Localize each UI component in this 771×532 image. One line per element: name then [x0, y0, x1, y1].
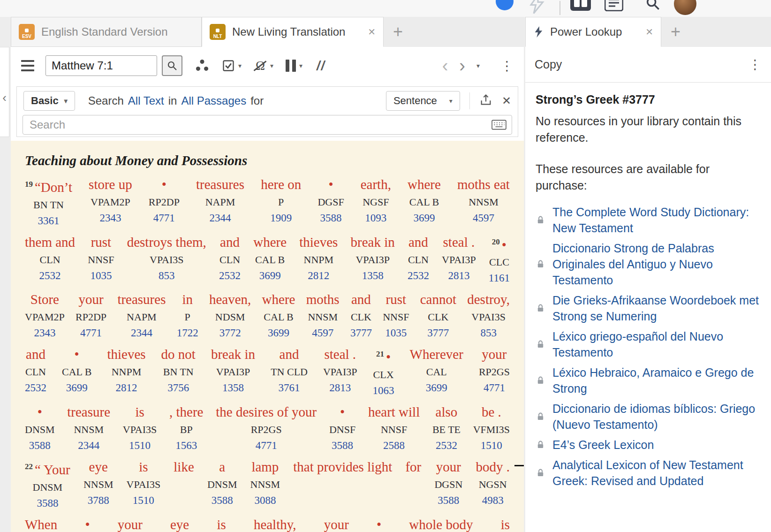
interlinear-word[interactable]: be . — [473, 402, 510, 422]
strongs-number[interactable]: 3788 — [83, 493, 113, 509]
interlinear-word[interactable]: moths eat — [457, 175, 510, 194]
morph-code[interactable]: NDSM — [209, 309, 251, 325]
untranslated-bullet[interactable]: • — [62, 344, 91, 364]
interlinear-word[interactable]: is — [127, 457, 161, 477]
morph-code[interactable]: VPAM2P — [25, 309, 65, 325]
interlinear-word[interactable]: destroy, — [467, 289, 510, 309]
untranslated-bullet[interactable]: • — [329, 402, 355, 422]
strongs-number[interactable]: 3756 — [161, 380, 196, 396]
close-icon[interactable]: ✕ — [363, 26, 376, 38]
strongs-number[interactable]: 4597 — [457, 210, 510, 226]
morph-code[interactable]: RP2DP — [149, 194, 180, 210]
morph-code[interactable]: P — [177, 309, 198, 325]
selection-options-button[interactable]: ▾ — [222, 59, 242, 72]
strongs-number[interactable]: 1035 — [88, 268, 114, 284]
morph-code[interactable]: CLN — [408, 252, 429, 268]
strongs-number[interactable]: 3777 — [420, 325, 456, 341]
interlinear-word[interactable]: do not — [161, 344, 196, 364]
interlinear-word[interactable]: rust — [383, 289, 409, 309]
strongs-number[interactable]: 2812 — [299, 268, 338, 284]
interlinear-word[interactable]: and — [350, 289, 372, 309]
strongs-number[interactable]: 3699 — [253, 268, 287, 284]
interlinear-word[interactable]: steal . — [323, 344, 357, 364]
strongs-number[interactable]: 2532 — [25, 268, 75, 284]
untranslated-bullet[interactable]: 20• — [489, 232, 510, 255]
sync-icon[interactable] — [496, 0, 514, 10]
untranslated-bullet[interactable]: • — [25, 402, 55, 422]
interlinear-word[interactable]: cannot — [420, 289, 456, 309]
strongs-number[interactable]: 3699 — [62, 380, 91, 396]
morph-code[interactable]: BE TE — [432, 422, 461, 438]
untranslated-bullet[interactable]: • — [149, 175, 180, 194]
morph-code[interactable]: NAPM — [196, 194, 244, 210]
resource-link[interactable]: Diccionario de idiomas bíblicos: Griego … — [552, 401, 761, 433]
resource-link[interactable]: Diccionario Strong de Palabras Originale… — [552, 240, 761, 288]
strongs-number[interactable]: 3772 — [209, 325, 251, 341]
interlinear-word[interactable]: and — [25, 344, 46, 364]
morph-code[interactable]: CLN — [25, 252, 75, 268]
morph-code[interactable]: VPAI3P — [323, 364, 357, 380]
strongs-number[interactable]: 2344 — [67, 438, 110, 454]
strongs-number[interactable]: 1035 — [383, 325, 409, 341]
morph-code[interactable]: BN TN — [25, 197, 72, 213]
strongs-number[interactable]: 2532 — [408, 268, 429, 284]
morph-code[interactable]: VPAM2P — [89, 194, 132, 210]
tab-english-standard-version[interactable]: ESV English Standard Version — [11, 17, 202, 47]
interlinear-word[interactable]: whole body — [409, 515, 473, 532]
strongs-number[interactable]: 853 — [127, 268, 206, 284]
strongs-number[interactable]: 1510 — [123, 438, 157, 454]
morph-code[interactable]: NNSF — [88, 252, 114, 268]
interlinear-word[interactable]: a — [207, 457, 237, 477]
interlinear-word[interactable]: here on — [261, 175, 301, 194]
strongs-number[interactable]: 2343 — [89, 210, 132, 226]
morph-code[interactable]: CLK — [350, 309, 372, 325]
interlinear-word[interactable]: treasures — [117, 289, 166, 309]
untranslated-bullet[interactable]: • — [377, 515, 381, 532]
interlinear-word[interactable]: heart will — [368, 402, 420, 422]
morph-code[interactable]: NNSM — [83, 477, 113, 493]
morph-code[interactable]: BN TN — [161, 364, 196, 380]
interlinear-word[interactable]: where — [262, 289, 295, 309]
morph-code[interactable]: VPAI3P — [442, 252, 476, 268]
interlinear-word[interactable]: Wherever — [410, 344, 463, 364]
panel-menu-icon[interactable]: ⋮ — [500, 58, 514, 74]
strongs-number[interactable]: 1093 — [361, 210, 391, 226]
interlinear-word[interactable]: in — [177, 289, 198, 309]
strongs-number[interactable]: 1909 — [261, 210, 301, 226]
back-button[interactable]: ‹ — [442, 57, 448, 75]
keyboard-button[interactable] — [491, 120, 506, 132]
interlinear-word[interactable]: the desires of your — [216, 402, 317, 422]
morph-code[interactable]: VPAI3S — [467, 309, 510, 325]
interlinear-word[interactable]: where — [408, 175, 441, 194]
interlinear-word[interactable]: like — [174, 457, 194, 477]
strongs-number[interactable]: 1358 — [351, 268, 395, 284]
interlinear-toggle-button[interactable]: Ω ▾ — [254, 59, 273, 73]
forward-button[interactable]: › — [459, 57, 465, 75]
morph-code[interactable]: CLC — [489, 254, 510, 270]
close-icon[interactable]: ✕ — [641, 26, 653, 38]
morph-code[interactable]: VPAI3S — [127, 477, 161, 493]
morph-code[interactable]: CAL — [410, 364, 463, 380]
interlinear-word[interactable]: earth, — [361, 175, 391, 194]
interlinear-word[interactable]: and — [408, 232, 429, 252]
collapsed-panel-handle[interactable]: ‹ — [0, 47, 9, 137]
morph-code[interactable]: CLK — [420, 309, 456, 325]
search-range-link[interactable]: All Passages — [181, 94, 246, 107]
interlinear-word[interactable]: for — [405, 457, 421, 477]
interlinear-word[interactable]: , there — [169, 402, 203, 422]
resource-link[interactable]: Léxico griego-español del Nuevo Testamen… — [552, 328, 761, 360]
history-dropdown-icon[interactable]: ▾ — [476, 62, 480, 69]
resource-link[interactable]: Analytical Lexicon of New Testament Gree… — [552, 457, 761, 489]
morph-code[interactable]: CAL B — [253, 252, 287, 268]
morph-code[interactable]: CLN — [219, 252, 241, 268]
morph-code[interactable]: CLX — [373, 367, 394, 383]
user-avatar[interactable] — [674, 0, 696, 15]
strongs-number[interactable]: 3761 — [271, 380, 308, 396]
strongs-number[interactable]: 4983 — [476, 493, 510, 509]
parallel-resources-icon[interactable]: // — [317, 59, 325, 73]
export-button[interactable] — [479, 93, 492, 108]
interlinear-word[interactable]: treasure — [67, 402, 110, 422]
morph-code[interactable]: DGSF — [317, 194, 344, 210]
strongs-number[interactable]: 1563 — [169, 438, 203, 454]
interlinear-word[interactable]: is — [217, 515, 226, 532]
